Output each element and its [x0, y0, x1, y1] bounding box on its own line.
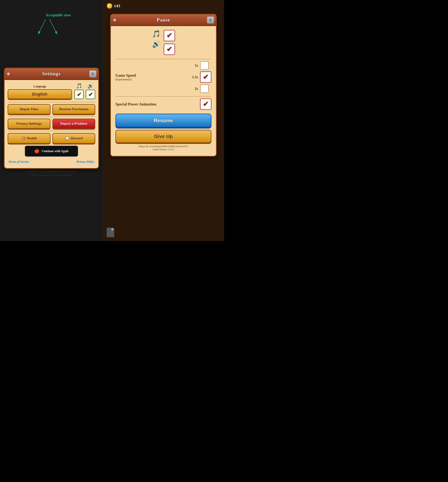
speed-1x-checkbox[interactable]	[200, 61, 209, 70]
spa-section: Special Power Animation ✔	[115, 98, 211, 110]
settings-body: Language English 🎵 ✔ 🔊 ✔	[5, 80, 98, 168]
speed-1x-label: 1x	[192, 63, 198, 68]
sound-toggle: 🔊 ✔	[86, 83, 95, 99]
pause-sound-icon: 🔊	[152, 40, 160, 48]
footer-links: Terms of Service Privacy Policy	[8, 158, 95, 165]
settings-dialog: Settings X Language English 🎵 ✔	[4, 68, 99, 169]
speed-2x-checkbox[interactable]	[200, 84, 209, 93]
apple-signin-button[interactable]: 🍎 Continue with Apple	[25, 146, 78, 157]
discord-icon: 💬	[65, 136, 69, 141]
speed-2x-option: 2x	[192, 84, 211, 93]
right-panel: 143 Pause X 🎵 🔊 ✔ ✔	[103, 0, 224, 241]
apple-button-label: Continue with Apple	[42, 150, 69, 153]
settings-close-button[interactable]: X	[89, 70, 96, 78]
language-row: Language English 🎵 ✔ 🔊 ✔	[8, 83, 95, 99]
door-icon: 9	[107, 228, 114, 237]
speed-1-5x-option: 1.5x ✔	[192, 71, 211, 83]
social-row: 🎯 Reddit 💬 Discord	[8, 133, 95, 144]
player-id-left: Player ID: aCzM1gXjOHdC6UIRlEo9wFucWl73	[25, 170, 78, 174]
divider-1	[8, 102, 95, 102]
giveup-button[interactable]: Give Up	[115, 130, 211, 143]
pause-footer: Player ID: aCzM1gXjOHdC6UIRlEo9wFucWl73 …	[115, 143, 211, 152]
pause-music-icon: 🎵	[152, 30, 160, 38]
pause-divider-1	[115, 59, 211, 59]
player-id-right: Player ID: aCzM1gXjOHdC6UIRlEo9wFucWl73	[115, 145, 211, 148]
pause-dialog: Pause X 🎵 🔊 ✔ ✔	[110, 14, 217, 157]
settings-bottom-info: Player ID: aCzM1gXjOHdC6UIRlEo9wFucWl73 …	[25, 169, 78, 177]
game-speed-label-block: Game Speed (Experimental)	[115, 73, 136, 81]
music-toggle: 🎵 ✔	[74, 83, 84, 99]
settings-header: Settings X	[5, 68, 98, 80]
annotation-arrows	[31, 17, 69, 40]
coin-count: 143	[114, 3, 120, 8]
pause-music-checkbox[interactable]: ✔	[164, 30, 175, 41]
svg-line-1	[38, 19, 46, 34]
door-area: 9	[107, 228, 114, 237]
pause-checkbox-col: ✔ ✔	[164, 30, 175, 55]
music-icon: 🎵	[76, 83, 82, 89]
discord-button[interactable]: 💬 Discord	[52, 133, 95, 144]
speed-2x-label: 2x	[192, 87, 198, 91]
game-version-right: Game Version: 3.19.2	[115, 148, 211, 151]
speed-1-5x-label: 1.5x	[192, 75, 198, 79]
pause-header: Pause X	[111, 15, 216, 26]
pause-divider-2	[115, 96, 211, 96]
speed-1-5x-checkbox[interactable]: ✔	[200, 71, 211, 83]
report-problem-button[interactable]: Report a Problem	[52, 119, 95, 129]
acceptable-label: Acceptable view	[46, 13, 71, 17]
toggle-group: 🎵 ✔ 🔊 ✔	[74, 83, 95, 99]
spa-checkbox[interactable]: ✔	[200, 98, 211, 110]
terms-link[interactable]: Terms of Service	[8, 160, 29, 164]
pause-toggles: 🎵 🔊 ✔ ✔	[115, 30, 211, 55]
resume-button[interactable]: Resume	[115, 114, 211, 127]
music-checkbox[interactable]: ✔	[74, 90, 84, 99]
divider-3	[8, 131, 95, 131]
speed-1x-option: 1x	[192, 61, 211, 70]
pause-sound-checkbox[interactable]: ✔	[164, 44, 175, 55]
pause-icon-col: 🎵 🔊	[152, 30, 160, 55]
game-header: 143	[103, 0, 224, 12]
coin-icon	[107, 3, 112, 9]
repair-files-button[interactable]: Repair Files	[8, 104, 50, 114]
privacy-report-row: Privacy Settings Report a Problem	[8, 119, 95, 129]
game-speed-section: Game Speed (Experimental) 1x 1.5x ✔	[115, 61, 211, 93]
game-speed-label: Game Speed	[115, 73, 136, 78]
sound-checkbox[interactable]: ✔	[86, 90, 95, 99]
game-version-left: Game Version: 3.19.2p_CardGuardians	[25, 174, 78, 176]
language-button[interactable]: English	[8, 89, 72, 99]
restore-purchases-button[interactable]: Restore Purchases	[52, 104, 95, 114]
left-panel: Acceptable view Settings X Language Engl…	[0, 0, 103, 241]
privacy-settings-button[interactable]: Privacy Settings	[8, 119, 50, 129]
game-speed-sub: (Experimental)	[115, 78, 132, 81]
repair-restore-row: Repair Files Restore Purchases	[8, 104, 95, 114]
door-badge: 9	[111, 228, 114, 231]
spa-label: Special Power Animation	[115, 102, 200, 106]
reddit-button[interactable]: 🎯 Reddit	[8, 133, 50, 144]
speed-options: 1x 1.5x ✔ 2x	[192, 61, 211, 93]
apple-icon: 🍎	[34, 149, 40, 154]
pause-close-button[interactable]: X	[207, 16, 214, 24]
language-section: Language English	[8, 85, 72, 99]
language-label: Language	[8, 85, 72, 88]
settings-title: Settings	[42, 71, 61, 77]
divider-2	[8, 116, 95, 117]
reddit-icon: 🎯	[21, 136, 25, 141]
privacy-link[interactable]: Privacy Policy	[76, 160, 95, 164]
pause-title: Pause	[157, 17, 170, 23]
pause-body: 🎵 🔊 ✔ ✔ Game Speed (Experimental)	[111, 26, 216, 156]
svg-line-2	[49, 19, 57, 34]
sound-icon: 🔊	[88, 83, 94, 89]
